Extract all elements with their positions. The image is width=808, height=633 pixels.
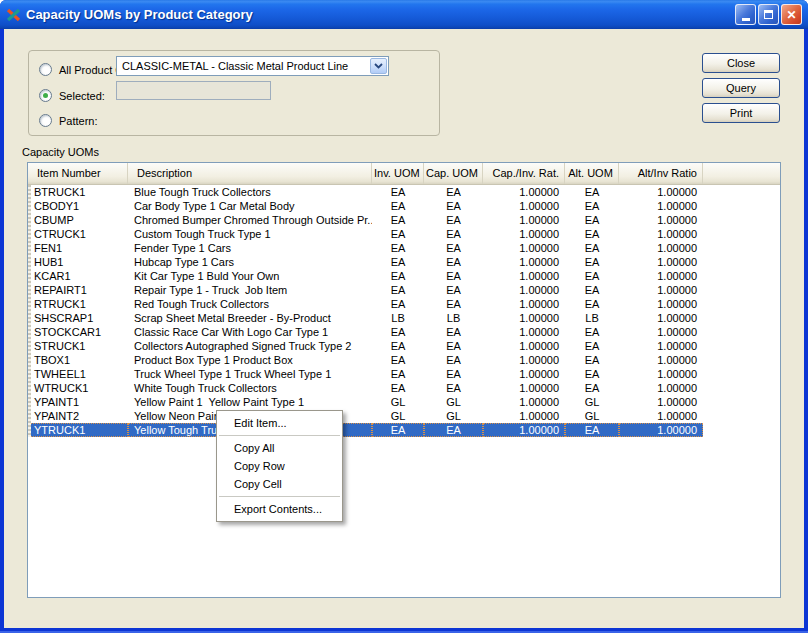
column-header[interactable]: Cap./Inv. Rat. xyxy=(483,163,565,184)
table-cell[interactable]: EA xyxy=(424,227,483,241)
table-cell[interactable]: 1.00000 xyxy=(483,241,565,255)
table-cell[interactable]: 1.00000 xyxy=(483,423,565,437)
table-cell[interactable]: 1.00000 xyxy=(619,339,703,353)
table-row[interactable]: HUB1Hubcap Type 1 CarsEAEA1.00000EA1.000… xyxy=(28,255,780,269)
table-cell[interactable]: EA xyxy=(424,283,483,297)
table-cell[interactable]: HUB1 xyxy=(28,255,128,269)
table-cell[interactable]: LB xyxy=(565,311,619,325)
table-cell[interactable]: 1.00000 xyxy=(483,227,565,241)
table-cell[interactable]: 1.00000 xyxy=(483,297,565,311)
table-row[interactable]: KCAR1Kit Car Type 1 Buld Your OwnEAEA1.0… xyxy=(28,269,780,283)
table-cell[interactable]: 1.00000 xyxy=(483,367,565,381)
table-cell[interactable]: 1.00000 xyxy=(619,367,703,381)
table-cell[interactable]: CBUMP xyxy=(28,213,128,227)
table-cell[interactable]: Truck Wheel Type 1 Truck Wheel Type 1 xyxy=(128,367,372,381)
table-cell[interactable]: EA xyxy=(424,255,483,269)
table-cell[interactable]: EA xyxy=(372,325,424,339)
column-header[interactable]: Alt. UOM xyxy=(565,163,619,184)
table-cell[interactable]: 1.00000 xyxy=(619,213,703,227)
table-cell[interactable]: 1.00000 xyxy=(483,353,565,367)
table-cell[interactable]: EA xyxy=(372,255,424,269)
table-cell[interactable]: EA xyxy=(565,297,619,311)
table-cell[interactable]: YPAINT2 xyxy=(28,409,128,423)
table-cell[interactable]: Hubcap Type 1 Cars xyxy=(128,255,372,269)
radio-pattern[interactable]: Pattern: xyxy=(39,114,98,127)
table-cell[interactable]: Blue Tough Truck Collectors xyxy=(128,185,372,199)
column-header[interactable]: Alt/Inv Ratio xyxy=(619,163,703,184)
table-cell[interactable]: EA xyxy=(424,325,483,339)
table-cell[interactable]: Red Tough Truck Collectors xyxy=(128,297,372,311)
column-header[interactable]: Cap. UOM xyxy=(424,163,483,184)
radio-selected[interactable]: Selected: xyxy=(39,89,105,102)
minimize-button[interactable] xyxy=(735,4,756,25)
table-row[interactable]: YPAINT1Yellow Paint 1 Yellow Paint Type … xyxy=(28,395,780,409)
maximize-button[interactable] xyxy=(758,4,779,25)
table-cell[interactable]: 1.00000 xyxy=(619,241,703,255)
table-cell[interactable]: 1.00000 xyxy=(619,325,703,339)
table-row[interactable]: WTRUCK1White Tough Truck CollectorsEAEA1… xyxy=(28,381,780,395)
table-cell[interactable]: White Tough Truck Collectors xyxy=(128,381,372,395)
table-cell[interactable]: EA xyxy=(372,269,424,283)
table-cell[interactable]: YTRUCK1 xyxy=(28,423,128,437)
table-cell[interactable]: GL xyxy=(565,409,619,423)
table-cell[interactable]: STRUCK1 xyxy=(28,339,128,353)
table-cell[interactable]: Classic Race Car With Logo Car Type 1 xyxy=(128,325,372,339)
table-cell[interactable]: EA xyxy=(424,269,483,283)
table-cell[interactable]: TBOX1 xyxy=(28,353,128,367)
table-cell[interactable]: EA xyxy=(565,367,619,381)
table-cell[interactable]: EA xyxy=(424,353,483,367)
table-cell[interactable]: Fender Type 1 Cars xyxy=(128,241,372,255)
menu-item-export-contents[interactable]: Export Contents... xyxy=(217,500,342,518)
table-cell[interactable]: 1.00000 xyxy=(483,339,565,353)
table-cell[interactable]: Custom Tough Truck Type 1 xyxy=(128,227,372,241)
table-cell[interactable]: 1.00000 xyxy=(619,353,703,367)
table-cell[interactable]: EA xyxy=(372,227,424,241)
table-cell[interactable]: 1.00000 xyxy=(483,255,565,269)
table-cell[interactable]: FEN1 xyxy=(28,241,128,255)
table-cell[interactable]: LB xyxy=(424,311,483,325)
table-cell[interactable]: EA xyxy=(372,339,424,353)
table-row[interactable]: CBUMPChromed Bumper Chromed Through Outs… xyxy=(28,213,780,227)
table-cell[interactable]: RTRUCK1 xyxy=(28,297,128,311)
table-cell[interactable]: EA xyxy=(565,269,619,283)
table-cell[interactable]: EA xyxy=(372,297,424,311)
table-cell[interactable]: 1.00000 xyxy=(483,213,565,227)
table-cell[interactable]: STOCKCAR1 xyxy=(28,325,128,339)
radio-icon[interactable] xyxy=(39,114,52,127)
table-row[interactable]: RTRUCK1Red Tough Truck CollectorsEAEA1.0… xyxy=(28,297,780,311)
table-cell[interactable]: YPAINT1 xyxy=(28,395,128,409)
table-cell[interactable]: EA xyxy=(372,353,424,367)
table-cell[interactable]: GL xyxy=(372,409,424,423)
table-cell[interactable]: EA xyxy=(565,423,619,437)
table-cell[interactable]: WTRUCK1 xyxy=(28,381,128,395)
table-cell[interactable]: GL xyxy=(565,395,619,409)
table-cell[interactable]: 1.00000 xyxy=(619,269,703,283)
table-cell[interactable]: BTRUCK1 xyxy=(28,185,128,199)
table-cell[interactable]: Collectors Autographed Signed Truck Type… xyxy=(128,339,372,353)
table-cell[interactable]: 1.00000 xyxy=(483,185,565,199)
menu-item-copy-all[interactable]: Copy All xyxy=(217,439,342,457)
table-cell[interactable]: Product Box Type 1 Product Box xyxy=(128,353,372,367)
table-cell[interactable]: Kit Car Type 1 Buld Your Own xyxy=(128,269,372,283)
table-cell[interactable]: EA xyxy=(372,283,424,297)
table-cell[interactable]: EA xyxy=(372,199,424,213)
table-cell[interactable]: 1.00000 xyxy=(619,297,703,311)
table-cell[interactable]: 1.00000 xyxy=(619,311,703,325)
table-cell[interactable]: 1.00000 xyxy=(483,199,565,213)
table-row[interactable]: YPAINT2Yellow Neon PaintGLGL1.00000GL1.0… xyxy=(28,409,780,423)
column-header[interactable]: Inv. UOM xyxy=(372,163,424,184)
table-row[interactable]: YTRUCK1Yellow Tough Truck CollectorsEAEA… xyxy=(28,423,780,437)
table-cell[interactable]: EA xyxy=(372,423,424,437)
table-cell[interactable]: Scrap Sheet Metal Breeder - By-Product xyxy=(128,311,372,325)
table-cell[interactable]: 1.00000 xyxy=(619,199,703,213)
table-row[interactable]: STRUCK1Collectors Autographed Signed Tru… xyxy=(28,339,780,353)
table-cell[interactable]: 1.00000 xyxy=(619,185,703,199)
table-cell[interactable]: EA xyxy=(424,423,483,437)
table-cell[interactable]: EA xyxy=(565,353,619,367)
table-cell[interactable]: LB xyxy=(372,311,424,325)
table-cell[interactable]: EA xyxy=(424,199,483,213)
table-cell[interactable]: EA xyxy=(565,381,619,395)
table-row[interactable]: FEN1Fender Type 1 CarsEAEA1.00000EA1.000… xyxy=(28,241,780,255)
table-cell[interactable]: EA xyxy=(372,213,424,227)
table-cell[interactable]: EA xyxy=(565,199,619,213)
